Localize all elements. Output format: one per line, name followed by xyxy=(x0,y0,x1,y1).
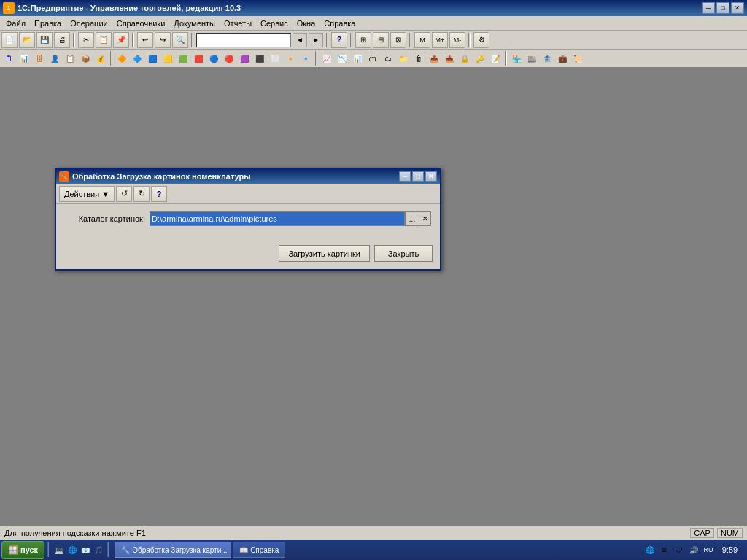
tb2-btn7[interactable]: 💰 xyxy=(93,51,108,66)
settings-button[interactable]: ⚙ xyxy=(473,32,489,48)
taskbar-item-0[interactable]: 🔧 Обработка Загрузка карти... xyxy=(115,542,231,558)
menu-service[interactable]: Сервис xyxy=(256,18,293,29)
tb2-btn14[interactable]: 🔵 xyxy=(206,51,221,66)
tb2-btn34[interactable]: 🏬 xyxy=(525,51,539,66)
tb2-btn26[interactable]: 📁 xyxy=(396,51,411,66)
tb-extra1[interactable]: ⊞ xyxy=(355,32,371,48)
tb2-btn28[interactable]: 📤 xyxy=(427,51,441,66)
undo-button[interactable]: ↩ xyxy=(137,32,153,48)
system-tray: 🌐 ✉ 🛡 🔊 RU 9:59 xyxy=(641,541,746,559)
quick-browser[interactable]: 🌐 xyxy=(66,544,78,556)
tb2-btn25[interactable]: 🗂 xyxy=(381,51,395,66)
tb2-btn35[interactable]: 🏦 xyxy=(540,51,554,66)
title-bar-text: 1 1С:Предприятие - Управление торговлей,… xyxy=(3,2,241,14)
catalog-input[interactable] xyxy=(150,211,405,226)
start-button[interactable]: 🪟 пуск xyxy=(1,541,44,559)
help-button[interactable]: ? xyxy=(331,32,347,48)
tb2-btn9[interactable]: 🔷 xyxy=(130,51,144,66)
tray-sound[interactable]: 🔊 xyxy=(688,544,700,556)
menu-file[interactable]: Файл xyxy=(1,18,30,29)
dialog-maximize-button[interactable]: □ xyxy=(412,171,424,182)
tb2-btn1[interactable]: 🗒 xyxy=(1,51,16,66)
tb2-btn18[interactable]: ⬜ xyxy=(268,51,282,66)
redo-button[interactable]: ↪ xyxy=(155,32,171,48)
menu-windows[interactable]: Окна xyxy=(293,18,320,29)
quick-email[interactable]: 📧 xyxy=(80,544,91,556)
quick-media[interactable]: 🎵 xyxy=(93,544,104,556)
tb2-btn27[interactable]: 🗑 xyxy=(411,51,426,66)
tb2-btn29[interactable]: 📥 xyxy=(442,51,457,66)
tb2-btn11[interactable]: 🟨 xyxy=(160,51,175,66)
tray-mail[interactable]: ✉ xyxy=(659,544,670,556)
tb2-btn13[interactable]: 🟥 xyxy=(191,51,206,66)
tb2-btn3[interactable]: 🗄 xyxy=(32,51,47,66)
menu-reference[interactable]: Справочники xyxy=(112,18,170,29)
dialog-close-button[interactable]: ✕ xyxy=(425,171,437,182)
tray-shield[interactable]: 🛡 xyxy=(673,544,685,556)
load-images-button[interactable]: Загрузить картинки xyxy=(279,245,370,262)
tb2-btn32[interactable]: 📝 xyxy=(488,51,503,66)
tb-mplus[interactable]: M+ xyxy=(432,32,448,48)
tb-m[interactable]: M xyxy=(414,32,430,48)
tb2-btn21[interactable]: 📈 xyxy=(320,51,334,66)
tb-extra2[interactable]: ⊟ xyxy=(373,32,389,48)
paste-button[interactable]: 📌 xyxy=(113,32,129,48)
separator-4 xyxy=(326,33,328,47)
find-button[interactable]: 🔍 xyxy=(172,32,188,48)
catalog-browse-button[interactable]: ... xyxy=(405,211,419,226)
tb2-btn20[interactable]: 🔹 xyxy=(298,51,313,66)
open-button[interactable]: 📂 xyxy=(19,32,35,48)
new-button[interactable]: 📄 xyxy=(1,32,18,48)
tb2-btn31[interactable]: 🔑 xyxy=(473,51,487,66)
copy-button[interactable]: 📋 xyxy=(96,32,112,48)
combo-next[interactable]: ► xyxy=(309,33,323,47)
dialog-refresh2-button[interactable]: ↻ xyxy=(133,186,150,202)
dialog-close-action-button[interactable]: Закрыть xyxy=(374,245,433,262)
tb2-btn19[interactable]: 🔸 xyxy=(283,51,298,66)
tb2-btn15[interactable]: 🔴 xyxy=(222,51,236,66)
menu-operations[interactable]: Операции xyxy=(66,18,112,29)
tb-extra3[interactable]: ⊠ xyxy=(390,32,406,48)
tb2-btn24[interactable]: 🗃 xyxy=(365,51,380,66)
tb2-btn22[interactable]: 📉 xyxy=(335,51,349,66)
menu-documents[interactable]: Документы xyxy=(169,18,220,29)
tb2-btn36[interactable]: 💼 xyxy=(555,51,570,66)
tb2-btn23[interactable]: 📊 xyxy=(350,51,365,66)
tb2-btn33[interactable]: 🏪 xyxy=(509,51,524,66)
taskbar-item-0-label: Обработка Загрузка карти... xyxy=(132,546,227,554)
quick-launch: 💻 🌐 📧 🎵 xyxy=(53,544,104,556)
maximize-button[interactable]: □ xyxy=(716,2,729,14)
tb2-btn17[interactable]: ⬛ xyxy=(252,51,267,66)
toolbar-combo[interactable] xyxy=(196,33,291,47)
toolbar-row-2: 🗒 📊 🗄 👤 📋 📦 💰 🔶 🔷 🟦 🟨 🟩 🟥 🔵 🔴 🟪 ⬛ ⬜ 🔸 🔹 … xyxy=(0,50,747,69)
tb2-btn2[interactable]: 📊 xyxy=(17,51,31,66)
catalog-clear-button[interactable]: ✕ xyxy=(419,211,431,226)
actions-dropdown[interactable]: Действия ▼ xyxy=(59,186,115,202)
tb2-btn37[interactable]: 📜 xyxy=(570,51,585,66)
quick-desktop[interactable]: 💻 xyxy=(53,544,65,556)
menu-edit[interactable]: Правка xyxy=(30,18,66,29)
save-button[interactable]: 💾 xyxy=(36,32,53,48)
cut-button[interactable]: ✂ xyxy=(78,32,94,48)
menu-reports[interactable]: Отчеты xyxy=(220,18,256,29)
combo-prev[interactable]: ◄ xyxy=(293,33,307,47)
menu-help[interactable]: Справка xyxy=(320,18,360,29)
tray-network[interactable]: 🌐 xyxy=(644,544,656,556)
minimize-button[interactable]: ─ xyxy=(702,2,715,14)
dialog-refresh1-button[interactable]: ↺ xyxy=(116,186,132,202)
tb2-btn10[interactable]: 🟦 xyxy=(145,51,160,66)
tb2-btn8[interactable]: 🔶 xyxy=(115,51,129,66)
tb2-btn16[interactable]: 🟪 xyxy=(237,51,252,66)
tb2-btn4[interactable]: 👤 xyxy=(47,51,62,66)
dialog-help-button[interactable]: ? xyxy=(151,186,167,202)
tb2-btn12[interactable]: 🟩 xyxy=(176,51,190,66)
taskbar-item-1[interactable]: 📖 Справка xyxy=(233,542,285,558)
tb2-btn30[interactable]: 🔒 xyxy=(457,51,472,66)
dialog-minimize-button[interactable]: ─ xyxy=(399,171,411,182)
print-button[interactable]: 🖨 xyxy=(54,32,70,48)
tb-mminus[interactable]: M- xyxy=(449,32,465,48)
tb2-btn6[interactable]: 📦 xyxy=(78,51,93,66)
tb2-btn5[interactable]: 📋 xyxy=(63,51,77,66)
dialog-icon: 🔧 xyxy=(59,171,69,182)
close-button[interactable]: ✕ xyxy=(731,2,744,14)
